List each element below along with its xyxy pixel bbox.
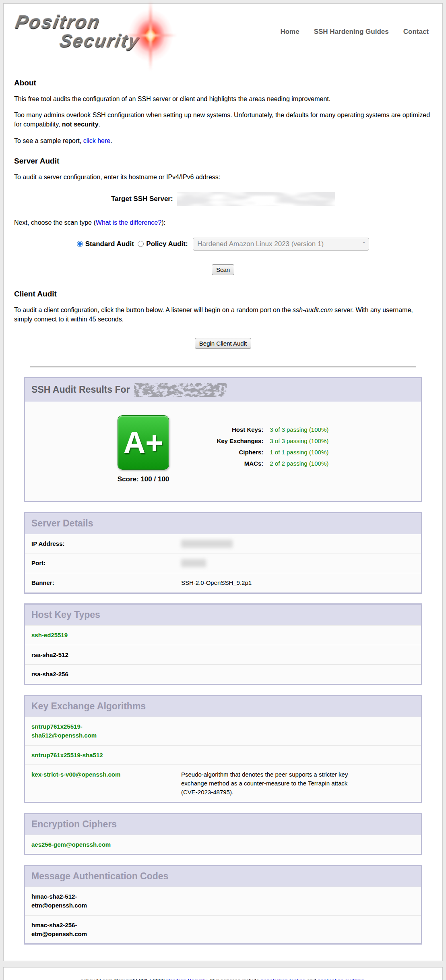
client-audit-title: Client Audit: [14, 290, 432, 298]
policy-select[interactable]: Hardened Amazon Linux 2023 (version 1) ˇ: [193, 238, 369, 251]
footer-line-1: sshaudit.com Copyright 2017-2023 Positro…: [8, 978, 438, 980]
host-key-types-header: Host Key Types: [25, 605, 421, 625]
table-row: aes256-gcm@openssh.com: [25, 835, 421, 854]
footer-text: .: [364, 978, 365, 980]
results-panel: SSH Audit Results For A+ Score: 100 / 10…: [24, 377, 422, 502]
scan-type-text: Next, choose the scan type (: [14, 219, 96, 226]
target-server-row: Target SSH Server:: [14, 192, 432, 206]
grade-column: A+ Score: 100 / 100: [118, 415, 169, 483]
positron-security-logo: Positron Security: [12, 9, 202, 62]
table-row: ssh-ed25519: [25, 625, 421, 645]
table-row: hmac-sha2-256- etm@openssh.com: [25, 915, 421, 944]
policy-audit-radio[interactable]: [138, 241, 144, 247]
table-row: IP Address:: [25, 534, 421, 553]
stat-value: 3 of 3 passing (100%): [270, 426, 328, 433]
positron-security-link[interactable]: Positron Security: [166, 978, 207, 980]
nav-contact[interactable]: Contact: [403, 28, 429, 36]
section-divider: [30, 367, 416, 367]
macs-header: Message Authentication Codes: [25, 866, 421, 887]
stat-label: Host Keys:: [187, 426, 263, 433]
server-audit-title: Server Audit: [14, 157, 432, 166]
redacted-port: [181, 559, 206, 567]
begin-client-audit-button[interactable]: Begin Client Audit: [195, 338, 251, 349]
footer-text: Copyright 2017-2023: [112, 978, 166, 980]
scan-button[interactable]: Scan: [212, 264, 234, 275]
table-row: Banner: SSH-2.0-OpenSSH_9.2p1: [25, 573, 421, 593]
about-p3-end: .: [110, 137, 112, 144]
redacted-ip-address: [181, 540, 233, 548]
about-paragraph-2: Too many admins overlook SSH configurati…: [14, 110, 432, 129]
key-exchange-header: Key Exchange Algorithms: [25, 696, 421, 717]
site-footer: sshaudit.com Copyright 2017-2023 Positro…: [3, 967, 443, 980]
row-label: IP Address:: [25, 534, 175, 553]
scan-type-options: Standard Audit Policy Audit: Hardened Am…: [14, 238, 432, 251]
kex-note: [175, 746, 421, 765]
table-row: Port:: [25, 553, 421, 573]
results-panel-header: SSH Audit Results For: [25, 378, 421, 402]
results-title: SSH Audit Results For: [31, 384, 130, 395]
stat-label: Ciphers:: [187, 449, 263, 456]
logo-text-security: Security: [58, 32, 203, 50]
kex-note: [175, 717, 421, 745]
kex-name: sntrup761x25519-sha512: [25, 746, 175, 765]
stat-value: 1 of 1 passing (100%): [270, 449, 328, 456]
mac-name: hmac-sha2-512- etm@openssh.com: [25, 887, 175, 915]
stat-row-macs: MACs: 2 of 2 passing (100%): [187, 460, 328, 467]
table-row: kex-strict-s-v00@openssh.com Pseudo-algo…: [25, 765, 421, 802]
table-row: sntrup761x25519-sha512: [25, 745, 421, 765]
application-auditing-link[interactable]: application auditing: [318, 978, 364, 980]
table-row: sntrup761x25519- sha512@openssh.com: [25, 717, 421, 745]
row-value: [175, 534, 421, 553]
standard-audit-radio[interactable]: [77, 241, 83, 247]
sample-report-link[interactable]: click here: [83, 137, 111, 144]
kex-note: Pseudo-algorithm that denotes the peer s…: [175, 765, 421, 802]
scan-type-line: Next, choose the scan type (What is the …: [14, 218, 432, 227]
macs-panel: Message Authentication Codes hmac-sha2-5…: [24, 865, 422, 945]
results-stats: Host Keys: 3 of 3 passing (100%) Key Exc…: [187, 422, 328, 471]
kex-name: sntrup761x25519- sha512@openssh.com: [25, 717, 175, 745]
client-audit-domain: ssh-audit.com: [293, 307, 333, 313]
encryption-ciphers-panel: Encryption Ciphers aes256-gcm@openssh.co…: [24, 813, 422, 856]
chevron-down-icon: ˇ: [363, 241, 365, 247]
redacted-hostname: [134, 383, 227, 397]
target-ssh-server-input[interactable]: [177, 192, 335, 206]
stat-value: 3 of 3 passing (100%): [270, 437, 328, 444]
stat-row-ciphers: Ciphers: 1 of 1 passing (100%): [187, 449, 328, 456]
encryption-ciphers-header: Encryption Ciphers: [25, 814, 421, 835]
row-value: [175, 553, 421, 573]
nav-home[interactable]: Home: [280, 28, 299, 36]
scan-button-row: Scan: [14, 264, 432, 275]
server-audit-intro: To audit a server configuration, enter i…: [14, 172, 432, 182]
penetration-testing-link[interactable]: penetration testing: [261, 978, 306, 980]
footer-text: and: [306, 978, 318, 980]
about-p3-text: To see a sample report,: [14, 137, 83, 144]
target-server-label: Target SSH Server:: [111, 195, 173, 203]
kex-name: kex-strict-s-v00@openssh.com: [25, 765, 175, 802]
table-row: hmac-sha2-512- etm@openssh.com: [25, 887, 421, 915]
stat-row-key-exchanges: Key Exchanges: 3 of 3 passing (100%): [187, 437, 328, 444]
footer-domain: sshaudit.com: [81, 978, 113, 980]
score-text: Score: 100 / 100: [118, 475, 169, 483]
table-row: rsa-sha2-256: [25, 664, 421, 684]
host-key-name: ssh-ed25519: [25, 626, 175, 645]
footer-text: . Our services include: [207, 978, 261, 980]
client-audit-paragraph: To audit a client configuration, click t…: [14, 305, 432, 324]
about-paragraph-1: This free tool audits the configuration …: [14, 94, 432, 104]
standard-audit-label: Standard Audit: [85, 240, 134, 248]
main-content: Positron Security Home SSH Hardening Gui…: [3, 3, 443, 961]
mac-name: hmac-sha2-256- etm@openssh.com: [25, 916, 175, 944]
scan-type-difference-link[interactable]: What is the difference?: [96, 219, 161, 226]
scan-type-end: ):: [161, 219, 165, 226]
host-key-types-panel: Host Key Types ssh-ed25519 rsa-sha2-512 …: [24, 603, 422, 685]
policy-select-value: Hardened Amazon Linux 2023 (version 1): [197, 240, 324, 248]
host-key-name: rsa-sha2-512: [25, 645, 175, 665]
stat-row-host-keys: Host Keys: 3 of 3 passing (100%): [187, 426, 328, 433]
site-header: Positron Security Home SSH Hardening Gui…: [4, 4, 442, 67]
stat-value: 2 of 2 passing (100%): [270, 460, 328, 467]
about-p2-bold: not security: [62, 121, 99, 128]
client-audit-button-row: Begin Client Audit: [14, 338, 432, 349]
row-label: Port:: [25, 553, 175, 573]
table-row: rsa-sha2-512: [25, 645, 421, 665]
nav-ssh-hardening-guides[interactable]: SSH Hardening Guides: [314, 28, 389, 36]
logo-text-positron: Positron: [14, 12, 203, 31]
